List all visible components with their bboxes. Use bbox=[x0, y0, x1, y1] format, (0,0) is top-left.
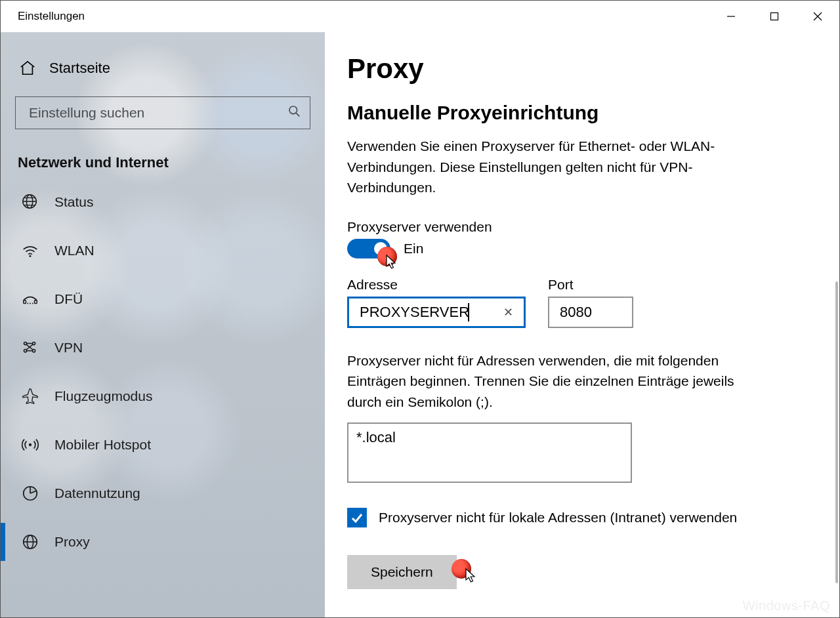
clear-address-icon[interactable]: ✕ bbox=[501, 305, 516, 319]
dialup-icon bbox=[20, 289, 40, 309]
main-content: Proxy Manuelle Proxyeinrichtung Verwende… bbox=[325, 32, 839, 617]
port-label: Port bbox=[548, 277, 633, 293]
sidebar-item-proxy[interactable]: Proxy bbox=[15, 518, 310, 566]
search-icon bbox=[288, 105, 301, 121]
address-input[interactable]: PROXYSERVER ✕ bbox=[347, 297, 526, 328]
page-title: Proxy bbox=[347, 53, 817, 85]
sidebar-home-label: Startseite bbox=[49, 60, 110, 77]
sidebar-item-vpn[interactable]: VPN bbox=[15, 323, 310, 372]
sidebar-nav: StatusWLANDFÜVPNFlugzeugmodusMobiler Hot… bbox=[15, 178, 310, 566]
sidebar-item-label: Datennutzung bbox=[54, 485, 140, 501]
minimize-button[interactable] bbox=[709, 1, 753, 32]
use-proxy-label: Proxyserver verwenden bbox=[347, 219, 817, 235]
globe-grid-icon bbox=[20, 192, 40, 212]
airplane-icon bbox=[20, 386, 40, 406]
toggle-state-label: Ein bbox=[404, 241, 423, 257]
address-label: Adresse bbox=[347, 277, 526, 293]
sidebar-item-label: VPN bbox=[54, 340, 83, 356]
local-bypass-checkbox[interactable] bbox=[347, 508, 367, 527]
close-button[interactable] bbox=[796, 1, 839, 32]
local-bypass-label: Proxyserver nicht für lokale Adressen (I… bbox=[379, 510, 737, 525]
sidebar-item-label: WLAN bbox=[54, 243, 94, 258]
cursor-icon bbox=[465, 568, 476, 583]
sidebar: Startseite Netzwerk und Internet StatusW… bbox=[1, 32, 325, 617]
search-input[interactable] bbox=[15, 96, 310, 129]
sidebar-item-label: Status bbox=[54, 194, 94, 210]
save-button[interactable]: Speichern bbox=[347, 555, 457, 589]
window-title: Einstellungen bbox=[18, 10, 85, 23]
sidebar-item-status[interactable]: Status bbox=[15, 178, 310, 226]
sidebar-home[interactable]: Startseite bbox=[15, 52, 310, 85]
sidebar-item-dialup[interactable]: DFÜ bbox=[15, 275, 310, 323]
check-icon bbox=[350, 511, 364, 524]
sidebar-item-datausage[interactable]: Datennutzung bbox=[15, 469, 310, 518]
svg-rect-29 bbox=[771, 13, 778, 20]
cursor-icon bbox=[385, 255, 397, 269]
bypass-input[interactable] bbox=[347, 422, 632, 483]
sidebar-item-label: DFÜ bbox=[54, 291, 83, 307]
titlebar: Einstellungen bbox=[1, 1, 839, 32]
maximize-button[interactable] bbox=[753, 1, 796, 32]
sidebar-category: Netzwerk und Internet bbox=[18, 154, 310, 171]
search-field[interactable] bbox=[28, 104, 288, 121]
sidebar-item-label: Mobiler Hotspot bbox=[54, 437, 151, 453]
sidebar-item-wlan[interactable]: WLAN bbox=[15, 226, 310, 275]
scrollbar[interactable] bbox=[835, 281, 838, 583]
port-input[interactable] bbox=[548, 297, 633, 328]
wifi-icon bbox=[20, 241, 40, 260]
globe-icon bbox=[20, 532, 40, 552]
sidebar-item-label: Flugzeugmodus bbox=[54, 388, 152, 404]
watermark: Windows-FAQ bbox=[743, 598, 830, 613]
window-buttons bbox=[709, 1, 839, 32]
sidebar-item-hotspot[interactable]: Mobiler Hotspot bbox=[15, 421, 310, 469]
vpn-icon bbox=[20, 338, 40, 358]
text-caret bbox=[468, 303, 469, 321]
home-icon bbox=[19, 60, 36, 77]
hotspot-icon bbox=[20, 435, 40, 455]
sidebar-item-label: Proxy bbox=[54, 534, 90, 550]
address-value: PROXYSERVER bbox=[360, 304, 469, 321]
section-description: Verwenden Sie einen Proxyserver für Ethe… bbox=[347, 136, 767, 198]
bypass-description: Proxyserver nicht für Adressen verwenden… bbox=[347, 350, 767, 413]
data-usage-icon bbox=[20, 484, 40, 503]
save-button-label: Speichern bbox=[371, 564, 433, 580]
section-title: Manuelle Proxyeinrichtung bbox=[347, 102, 817, 124]
sidebar-item-airplane[interactable]: Flugzeugmodus bbox=[15, 372, 310, 421]
